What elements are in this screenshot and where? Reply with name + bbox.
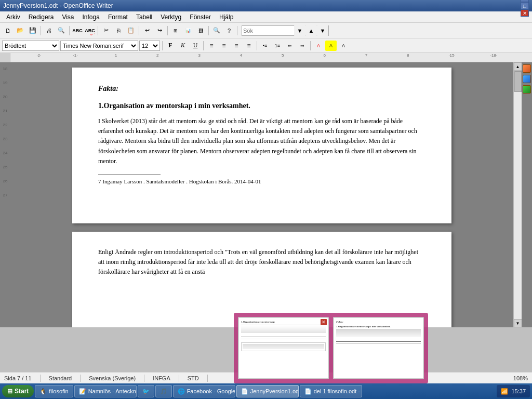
fmt-sep3: [257, 41, 257, 50]
thumb-right-heading: Fakta:: [336, 320, 421, 324]
menu-format[interactable]: Format: [104, 12, 132, 22]
thumbnail-left[interactable]: ✕ 1.Organisation av mentorskap: [238, 317, 329, 379]
font-size-dropdown[interactable]: 12: [139, 41, 160, 51]
sidebar-icon-3[interactable]: [523, 85, 531, 94]
page1-heading: 1.Organisation av mentorskap i min verks…: [98, 100, 425, 111]
bold-button[interactable]: F: [165, 41, 176, 51]
menu-hjalp[interactable]: Hjälp: [215, 12, 237, 22]
taskbar-item-namnlos[interactable]: 📝 Namnlös - Anteckni...: [74, 385, 137, 397]
scroll-up-button[interactable]: ▲: [514, 62, 522, 71]
align-left-button[interactable]: ≡: [206, 41, 217, 51]
ruler-tick-5: 5: [282, 53, 284, 58]
align-center-button[interactable]: ≡: [218, 41, 230, 51]
thumb-p2-line-2: [243, 345, 324, 346]
indent-dec-button[interactable]: ⇐: [284, 41, 296, 51]
sep4: [139, 26, 139, 35]
underline-button[interactable]: U: [190, 41, 201, 51]
ruler-tick-2: ·2·: [36, 53, 41, 58]
maximize-button[interactable]: □: [521, 2, 529, 9]
thumb-r-line-8: [336, 337, 421, 337]
thumb-r-line-7: [336, 336, 421, 336]
spellcheck-button[interactable]: ABC: [72, 25, 83, 36]
infga-info: INFGA: [153, 375, 170, 381]
indent-inc-button[interactable]: ⇒: [297, 41, 308, 51]
highlight-button[interactable]: A: [325, 41, 337, 51]
thumbnail-right[interactable]: Fakta: 1.Organisation av mentorskap i mi…: [333, 317, 424, 379]
std-info: STD: [188, 375, 199, 381]
taskbar-item-del1[interactable]: 📄 del 1 filosofin.odt - ...: [300, 385, 362, 397]
chart-button[interactable]: 📊: [182, 25, 194, 36]
sidebar-icon-1[interactable]: [523, 64, 531, 73]
language-info: Svenska (Sverige): [89, 375, 136, 381]
taskbar-item-twitter[interactable]: 🐦: [138, 385, 154, 397]
taskbar-item-jenny[interactable]: 📄 JennyPversion1.odt ...: [236, 385, 299, 397]
find-button[interactable]: 🔍: [211, 25, 222, 36]
taskbar-label-5: Facebook - Google ...: [187, 388, 235, 394]
menu-visa[interactable]: Visa: [58, 12, 78, 22]
thumb-p2-line-1: [243, 344, 324, 345]
align-right-button[interactable]: ≡: [231, 41, 242, 51]
align-justify-button[interactable]: ≡: [243, 41, 255, 51]
paragraph-style-dropdown[interactable]: Brödtext: [2, 41, 59, 51]
font-color-button[interactable]: A: [313, 41, 324, 51]
scroll-area[interactable]: Fakta: 1.Organisation av mentorskap i mi…: [10, 62, 513, 327]
italic-button[interactable]: K: [177, 41, 189, 51]
taskbar-icon-7: 📄: [304, 388, 312, 395]
menu-verktyg[interactable]: Verktyg: [156, 12, 185, 22]
thumb-right-subheading: 1.Organisation av mentorskap i min verks…: [336, 325, 421, 328]
search-input[interactable]: [242, 28, 294, 34]
system-tray: 📶 15:37: [497, 385, 530, 397]
thumbnail-popup: ✕ 1.Organisation av mentorskap: [234, 313, 428, 383]
start-button[interactable]: ⊞ Start: [2, 385, 34, 397]
list-num-button[interactable]: 1≡: [272, 41, 283, 51]
print-button[interactable]: 🖨: [43, 25, 55, 36]
preview-button[interactable]: 🔍: [56, 25, 67, 36]
thumb-line-3: [241, 327, 326, 327]
close-button[interactable]: ✕: [521, 9, 529, 17]
bgcolor-button[interactable]: A: [338, 41, 349, 51]
image-button[interactable]: 🖼: [195, 25, 206, 36]
taskbar-item-facebook[interactable]: 🌐 Facebook - Google ...: [173, 385, 235, 397]
copy-button[interactable]: ⎘: [113, 25, 124, 36]
taskbar: ⊞ Start 🐧 filosofin 📝 Namnlös - Anteckni…: [0, 383, 532, 399]
thumb-p2-line-3: [243, 347, 324, 347]
thumb-footnote-line: [241, 339, 326, 339]
ruler-tick-9: ·15·: [448, 53, 455, 58]
taskbar-icon-5: 🌐: [178, 388, 185, 395]
scroll-thumb[interactable]: [514, 71, 522, 92]
taskbar-label-7: del 1 filosofin.odt - ...: [314, 388, 362, 394]
cut-button[interactable]: ✂: [100, 25, 112, 36]
undo-button[interactable]: ↩: [141, 25, 153, 36]
taskbar-item-spotify[interactable]: 🎵: [155, 385, 172, 397]
search-box[interactable]: ▼ ▲ ▼: [242, 25, 329, 36]
font-dropdown[interactable]: Times New Roman;serif: [60, 41, 138, 51]
save-button[interactable]: 💾: [27, 25, 38, 36]
paste-button[interactable]: 📋: [125, 25, 137, 36]
ruler-tick-7: 7: [365, 53, 367, 58]
page1-content: Fakta: 1.Organisation av mentorskap i mi…: [98, 83, 425, 185]
sidebar-icon-2[interactable]: [523, 75, 531, 83]
new-button[interactable]: 🗋: [2, 25, 14, 36]
menu-redigera[interactable]: Redigera: [24, 12, 58, 22]
ruler-content: ·2· ·1· 1 2 3 4 5 6 7 8 ·15· ·18·: [10, 53, 532, 62]
menu-tabell[interactable]: Tabell: [132, 12, 156, 22]
table-button[interactable]: ⊞: [170, 25, 181, 36]
redo-button[interactable]: ↪: [154, 25, 165, 36]
taskbar-icon-6: 📄: [241, 388, 248, 395]
help-button[interactable]: ?: [223, 25, 235, 36]
open-button[interactable]: 📂: [15, 25, 26, 36]
footnote-text: 7 Ingamay Larsson . Samtalsmodeller . Hö…: [98, 177, 425, 186]
menu-arkiv[interactable]: Arkiv: [2, 12, 24, 22]
search-prev-button[interactable]: ▲: [305, 25, 317, 36]
menu-fonster[interactable]: Fönster: [185, 12, 215, 22]
thumb-r-line-4: [336, 332, 421, 333]
list-bullet-button[interactable]: •≡: [259, 41, 271, 51]
search-next-button[interactable]: ▼: [317, 25, 328, 36]
menu-infoga[interactable]: Infoga: [78, 12, 104, 22]
spellcheck2-button[interactable]: ABC: [84, 25, 96, 36]
thumb-r-line-2: [336, 330, 421, 331]
page2-paragraph: Enligt Ändrade regler om introduktionspe…: [98, 247, 425, 277]
search-go-button[interactable]: ▼: [294, 25, 305, 36]
scroll-down-button[interactable]: ▼: [514, 319, 522, 327]
taskbar-item-filosofin[interactable]: 🐧 filosofin: [35, 385, 73, 397]
